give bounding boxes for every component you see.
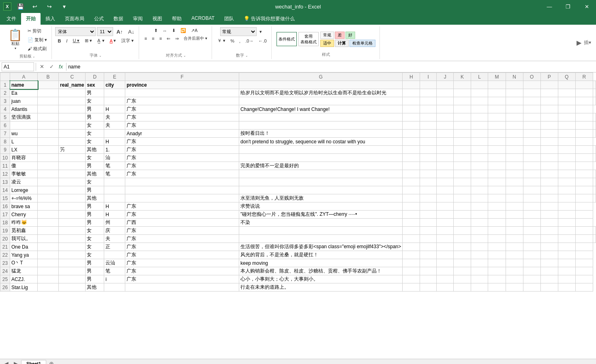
cell-4-7[interactable] xyxy=(403,105,420,113)
cell-7-4[interactable] xyxy=(104,130,125,138)
cell-16-16[interactable] xyxy=(558,202,575,211)
cell-7-14[interactable] xyxy=(523,130,540,138)
cell-19-17[interactable] xyxy=(575,227,593,235)
cell-3-4[interactable] xyxy=(104,97,125,105)
cell-24-16[interactable] xyxy=(558,267,575,275)
cell-2-11[interactable] xyxy=(471,89,488,97)
cell-20-5[interactable]: 广东 xyxy=(125,235,239,243)
cell-25-9[interactable] xyxy=(437,275,454,283)
cell-13-13[interactable] xyxy=(506,178,523,186)
cell-20-3[interactable]: 女 xyxy=(86,235,104,243)
cell-5-15[interactable] xyxy=(540,113,558,121)
cell-9-4[interactable]: 1. xyxy=(104,146,125,154)
cell-25-17[interactable] xyxy=(575,275,593,283)
cell-26-10[interactable] xyxy=(454,283,471,292)
cell-10-18[interactable] xyxy=(593,154,596,162)
col-header-C[interactable]: C xyxy=(59,73,86,81)
cell-3-2[interactable] xyxy=(59,97,86,105)
cell-6-0[interactable] xyxy=(10,121,38,130)
row-header-4[interactable]: 4 xyxy=(0,105,10,113)
cell-5-18[interactable] xyxy=(593,113,596,121)
cell-24-15[interactable] xyxy=(540,267,558,275)
cell-7-11[interactable] xyxy=(471,130,488,138)
cell-13-4[interactable] xyxy=(104,178,125,186)
tab-formula[interactable]: 公式 xyxy=(89,13,109,25)
cell-16-13[interactable] xyxy=(506,202,523,211)
format-painter-btn[interactable]: 🖌 格式刷 xyxy=(26,45,49,53)
cell-8-2[interactable] xyxy=(59,138,86,146)
cell-10-11[interactable] xyxy=(471,154,488,162)
cell-20-9[interactable] xyxy=(437,235,454,243)
cell-8-14[interactable] xyxy=(523,138,540,146)
currency-btn[interactable]: ￥ ▾ xyxy=(215,37,227,45)
cell-4-8[interactable] xyxy=(420,105,437,113)
table-format-btn[interactable]: 套用表格格式 xyxy=(298,32,319,46)
row-header-23[interactable]: 23 xyxy=(0,259,10,267)
fx-icon[interactable]: fx xyxy=(57,64,64,70)
cell-20-15[interactable] xyxy=(540,235,558,243)
cell-15-14[interactable] xyxy=(523,194,540,202)
cell-25-16[interactable] xyxy=(558,275,575,283)
cell-19-16[interactable] xyxy=(558,227,575,235)
cell-20-2[interactable] xyxy=(59,235,86,243)
cell-13-15[interactable] xyxy=(540,178,558,186)
cell-6-16[interactable] xyxy=(558,121,575,130)
copy-btn[interactable]: 📄 复制 ▾ xyxy=(26,36,49,44)
cell-15-16[interactable] xyxy=(558,194,575,202)
cell-18-5[interactable]: 广西 xyxy=(125,219,239,227)
cell-10-13[interactable] xyxy=(506,154,523,162)
cell-22-9[interactable] xyxy=(437,251,454,259)
row-header-6[interactable]: 6 xyxy=(0,121,10,130)
cell-reference-box[interactable]: A1 xyxy=(2,62,34,71)
cell-10-14[interactable] xyxy=(523,154,540,162)
cell-2-14[interactable] xyxy=(523,89,540,97)
cell-26-14[interactable] xyxy=(523,283,540,292)
cell-26-16[interactable] xyxy=(558,283,575,292)
percent-btn[interactable]: % xyxy=(228,38,236,44)
row-header-25[interactable]: 25 xyxy=(0,275,10,283)
cell-21-14[interactable] xyxy=(523,243,540,251)
cell-17-3[interactable]: 男 xyxy=(86,211,104,219)
align-middle-btn[interactable]: ↔ xyxy=(161,27,169,34)
cell-8-13[interactable] xyxy=(506,138,523,146)
cell-9-7[interactable] xyxy=(403,146,420,154)
cell-11-12[interactable] xyxy=(488,162,506,170)
row-header-21[interactable]: 21 xyxy=(0,243,10,251)
cell-2-15[interactable] xyxy=(540,89,558,97)
cell-13-6[interactable] xyxy=(239,178,402,186)
cell-3-10[interactable] xyxy=(454,97,471,105)
decrease-decimal-btn[interactable]: ←.0 xyxy=(256,38,268,44)
cell-8-15[interactable] xyxy=(540,138,558,146)
cell-17-14[interactable] xyxy=(523,211,540,219)
cell-1-8[interactable] xyxy=(420,81,437,89)
cell-9-13[interactable] xyxy=(506,146,523,154)
row-header-1[interactable]: 1 xyxy=(0,81,10,89)
cell-13-0[interactable]: 凌云 xyxy=(10,178,38,186)
cell-21-3[interactable]: 女 xyxy=(86,243,104,251)
cell-21-10[interactable] xyxy=(454,243,471,251)
cell-23-0[interactable]: O丶T xyxy=(10,259,38,267)
cell-23-9[interactable] xyxy=(437,259,454,267)
cell-11-17[interactable] xyxy=(575,162,593,170)
cell-21-9[interactable] xyxy=(437,243,454,251)
cell-10-12[interactable] xyxy=(488,154,506,162)
cell-25-5[interactable]: 广东 xyxy=(125,275,239,283)
cell-20-18[interactable] xyxy=(593,235,596,243)
cell-24-8[interactable] xyxy=(420,267,437,275)
conditional-format-btn[interactable]: 条件格式 xyxy=(277,32,297,46)
cell-11-6[interactable]: 完美的爱情不一定是最好的 xyxy=(239,162,402,170)
cell-1-9[interactable] xyxy=(437,81,454,89)
cell-19-10[interactable] xyxy=(454,227,471,235)
cell-9-1[interactable] xyxy=(38,146,59,154)
cell-16-2[interactable] xyxy=(59,202,86,211)
cell-6-7[interactable] xyxy=(403,121,420,130)
cell-15-5[interactable] xyxy=(125,194,239,202)
cell-13-18[interactable] xyxy=(593,178,596,186)
cell-17-2[interactable] xyxy=(59,211,86,219)
cell-26-6[interactable]: 行走在未来的道路上。 xyxy=(239,283,402,292)
cell-15-17[interactable] xyxy=(575,194,593,202)
cell-12-5[interactable]: 广东 xyxy=(125,170,239,178)
cell-11-16[interactable] xyxy=(558,162,575,170)
cell-26-3[interactable]: 其他 xyxy=(86,283,104,292)
cell-14-3[interactable]: 男 xyxy=(86,186,104,194)
